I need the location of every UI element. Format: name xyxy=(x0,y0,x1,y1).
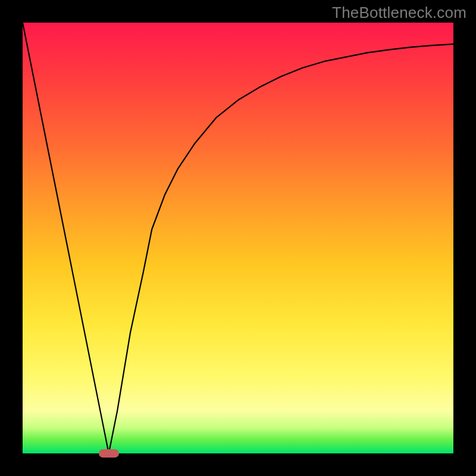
minimum-marker xyxy=(99,449,119,458)
chart-frame: TheBottleneck.com xyxy=(0,0,476,476)
watermark-text: TheBottleneck.com xyxy=(332,4,466,22)
plot-area xyxy=(23,23,453,453)
bottleneck-curve xyxy=(23,23,453,453)
